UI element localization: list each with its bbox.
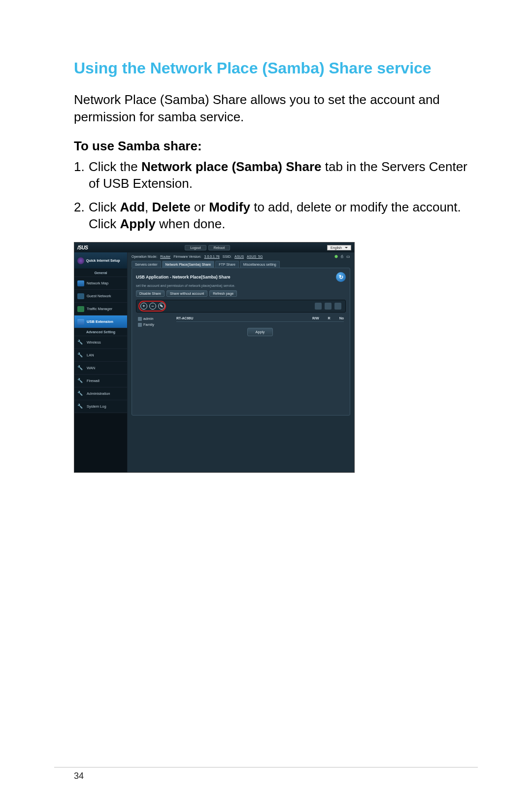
ssid-value-5g[interactable]: ASUS_5G <box>247 255 263 258</box>
nav-label: Guest Network <box>87 294 111 298</box>
fw-value[interactable]: 3.0.0.1.78 <box>204 255 220 258</box>
user-name: Family <box>143 322 154 327</box>
nav-label: Traffic Manager <box>87 307 112 311</box>
nav-wan[interactable]: WAN <box>74 362 127 375</box>
info-bar: Operation Mode: Router Firmware Version:… <box>128 252 354 261</box>
main-content: Operation Mode: Router Firmware Version:… <box>128 252 354 472</box>
text: when done. <box>156 216 226 231</box>
tab-samba-share[interactable]: Network Place(Samba) Share <box>162 261 215 268</box>
step-text: Click the Network place (Samba) Share ta… <box>89 159 478 192</box>
bold: Delete <box>152 200 191 214</box>
qis-icon <box>77 257 84 264</box>
nav-usb-extension[interactable]: USB Extension <box>74 315 127 328</box>
step-number: 1. <box>74 159 89 192</box>
refresh-page-button[interactable]: Refresh page <box>209 290 237 297</box>
tool-icon[interactable] <box>334 303 341 310</box>
share-without-account-button[interactable]: Share without account <box>166 290 207 297</box>
nav-label: System Log <box>87 404 106 409</box>
nav-label: WAN <box>87 366 95 370</box>
bold: Apply <box>120 216 156 231</box>
section-general: General <box>74 269 127 277</box>
nav-traffic-manager[interactable]: Traffic Manager <box>74 303 127 315</box>
tab-servers-center[interactable]: Servers center <box>132 261 161 268</box>
nav-label: Wireless <box>87 340 101 345</box>
traffic-icon <box>77 306 84 312</box>
nav-network-map[interactable]: Network Map <box>74 277 127 290</box>
tabs: Servers center Network Place(Samba) Shar… <box>128 261 354 268</box>
usb-icon <box>77 319 84 325</box>
logout-button[interactable]: Logout <box>185 245 206 250</box>
fw-label: Firmware Version: <box>173 255 201 258</box>
step-list: 1. Click the Network place (Samba) Share… <box>74 159 478 232</box>
wrench-icon <box>77 365 84 371</box>
help-icon[interactable]: ↻ <box>336 272 346 282</box>
step-number: 2. <box>74 199 89 233</box>
tool-icon[interactable] <box>315 303 322 310</box>
language-label: English <box>331 246 342 249</box>
user-name: admin <box>143 316 153 321</box>
wrench-icon <box>77 391 84 397</box>
nav-lan[interactable]: LAN <box>74 349 127 362</box>
nav-firewall[interactable]: Firewall <box>74 375 127 387</box>
nav-label: Firewall <box>87 379 100 383</box>
header-bar: /SUS Logout Reboot English <box>74 243 354 252</box>
rw-header: R/W <box>312 316 319 320</box>
nav-wireless[interactable]: Wireless <box>74 336 127 349</box>
text: Click the <box>89 159 141 174</box>
page-number: 34 <box>74 771 84 781</box>
bold: Modify <box>209 200 250 214</box>
wrench-icon <box>77 404 84 410</box>
apply-button[interactable]: Apply <box>247 328 273 336</box>
qis-label: Quick Internet Setup <box>86 259 120 263</box>
text: or <box>191 200 209 214</box>
device-icon[interactable]: ▭ <box>346 254 350 259</box>
router-screenshot: /SUS Logout Reboot English Quick Interne… <box>74 242 355 473</box>
tab-misc[interactable]: Miscellaneous setting <box>240 261 280 268</box>
nav-administration[interactable]: Administration <box>74 387 127 400</box>
highlight-annotation <box>138 301 166 312</box>
subtitle: To use Samba share: <box>74 139 478 154</box>
nav-label: Administration <box>87 391 110 396</box>
panel-description: set the account and permission of networ… <box>136 284 346 287</box>
user-family[interactable]: Family <box>138 322 172 327</box>
text: Click <box>89 200 120 214</box>
step-1: 1. Click the Network place (Samba) Share… <box>74 159 478 192</box>
bold: Network place (Samba) Share <box>141 159 322 174</box>
tab-ftp-share[interactable]: FTP Share <box>215 261 239 268</box>
nav-label: USB Extension <box>87 319 113 324</box>
user-admin[interactable]: admin <box>138 316 172 321</box>
bold: Add <box>120 200 145 214</box>
step-2: 2. Click Add, Delete or Modify to add, d… <box>74 199 478 233</box>
folder-icon <box>138 323 142 327</box>
nav-system-log[interactable]: System Log <box>74 400 127 413</box>
disable-share-button[interactable]: Disable Share <box>136 290 165 297</box>
reboot-button[interactable]: Reboot <box>208 245 231 250</box>
usb-status-icon[interactable]: ⬢ <box>334 254 338 259</box>
r-header: R <box>328 316 331 320</box>
tool-icon[interactable] <box>325 303 332 310</box>
ssid-value[interactable]: ASUS <box>234 255 244 258</box>
brand-logo: /SUS <box>77 245 88 250</box>
printer-icon[interactable]: ⎙ <box>341 254 343 259</box>
panel: USB Application - Network Place(Samba) S… <box>132 268 350 416</box>
nav-label: Network Map <box>87 281 108 285</box>
panel-title: USB Application - Network Place(Samba) S… <box>136 275 230 279</box>
nav-guest-network[interactable]: Guest Network <box>74 290 127 303</box>
opmode-label: Operation Mode: <box>132 255 157 258</box>
section-title: Using the Network Place (Samba) Share se… <box>74 59 478 77</box>
language-select[interactable]: English <box>327 245 351 250</box>
no-header: No <box>339 316 344 320</box>
chevron-down-icon <box>345 247 348 248</box>
footer-separator <box>54 767 478 767</box>
device-header: RT-AC66U <box>176 316 303 320</box>
ssid-label: SSID: <box>223 255 232 258</box>
guest-icon <box>77 293 84 299</box>
nav-label: LAN <box>87 353 94 357</box>
section-advanced: Advanced Setting <box>74 328 127 336</box>
wrench-icon <box>77 340 84 346</box>
wrench-icon <box>77 378 84 384</box>
quick-internet-setup[interactable]: Quick Internet Setup <box>74 252 127 269</box>
user-icon <box>138 317 142 321</box>
opmode-value[interactable]: Router <box>160 255 170 258</box>
account-toolbar: + − ✎ <box>136 300 346 313</box>
